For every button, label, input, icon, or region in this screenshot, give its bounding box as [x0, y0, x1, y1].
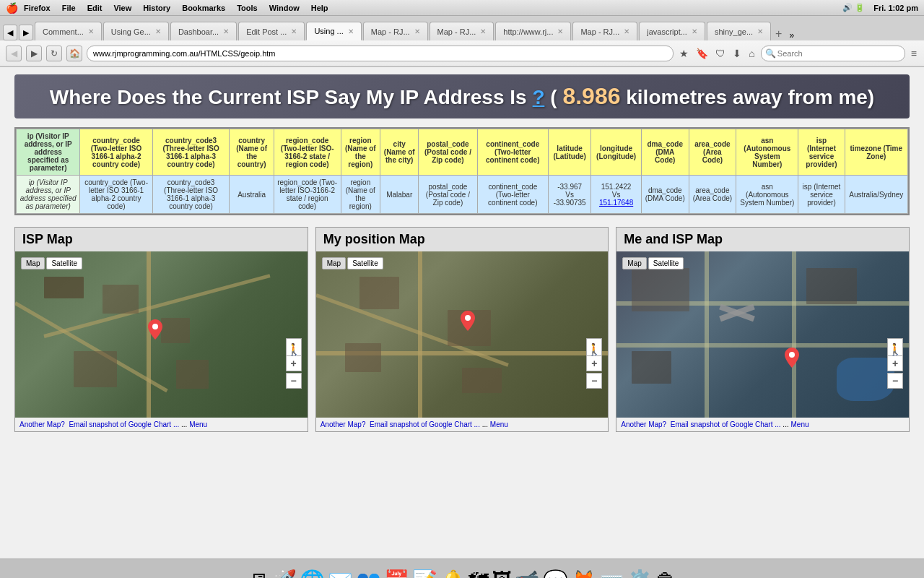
- dock-launchpad[interactable]: 🚀: [271, 569, 297, 578]
- menu-file[interactable]: File: [62, 4, 76, 12]
- map-btn-satellite-2[interactable]: Satellite: [347, 257, 383, 269]
- map-position-menu-link[interactable]: Menu: [490, 420, 508, 428]
- menu-edit[interactable]: Edit: [87, 4, 103, 12]
- forward-button[interactable]: ▶: [26, 46, 42, 61]
- th-postal-code: postal_code (Postal code / Zip code): [419, 129, 477, 176]
- map-isp-another-link[interactable]: Another Map?: [19, 420, 65, 428]
- tab-9-close[interactable]: ✕: [692, 27, 697, 35]
- tab-7-close[interactable]: ✕: [557, 27, 563, 35]
- th-timezone: timezone (Time Zone): [845, 129, 908, 176]
- map-combined-another-link[interactable]: Another Map?: [621, 420, 666, 428]
- tab-10-close[interactable]: ✕: [757, 27, 763, 35]
- zoom-out-1[interactable]: −: [286, 373, 302, 389]
- dock-reminders[interactable]: 🔔: [440, 569, 466, 578]
- zoom-in-1[interactable]: +: [286, 355, 302, 371]
- zoom-in-3[interactable]: +: [887, 355, 903, 371]
- map-isp-email-link[interactable]: Email snapshot of Google Chart ...: [69, 420, 179, 428]
- menu-window[interactable]: Window: [269, 4, 300, 12]
- map-btn-satellite-3[interactable]: Satellite: [648, 257, 684, 269]
- tab-8-close[interactable]: ✕: [624, 27, 629, 35]
- bookmark-star-button[interactable]: ★: [678, 46, 690, 61]
- tab-2[interactable]: Dashboar... ✕: [170, 22, 237, 40]
- menu-bookmarks[interactable]: Bookmarks: [182, 4, 225, 12]
- menu-view[interactable]: View: [113, 4, 131, 12]
- tab-6[interactable]: Map - RJ... ✕: [430, 22, 494, 40]
- tab-1[interactable]: Using Ge... ✕: [103, 22, 169, 40]
- building-p1: [359, 277, 399, 309]
- map-combined-menu-link[interactable]: Menu: [791, 420, 809, 428]
- dock-terminal[interactable]: ⌨️: [599, 569, 624, 578]
- dock-maps[interactable]: 🗺: [468, 569, 489, 578]
- tab-4-close[interactable]: ✕: [348, 27, 354, 35]
- map-position-another-link[interactable]: Another Map?: [321, 420, 366, 428]
- map-btn-map-2[interactable]: Map: [322, 257, 346, 269]
- tab-4[interactable]: Using ... ✕: [306, 22, 361, 40]
- tab-back-btn[interactable]: ◀: [3, 25, 17, 40]
- apple-logo[interactable]: 🍎: [6, 2, 18, 14]
- tab-5[interactable]: Map - RJ... ✕: [363, 22, 428, 40]
- menu-firefox[interactable]: Firefox: [24, 4, 51, 12]
- tab-forward-btn[interactable]: ▶: [19, 25, 33, 40]
- menu-history[interactable]: History: [143, 4, 170, 12]
- tab-10[interactable]: shiny_ge... ✕: [707, 22, 771, 40]
- title-question-link[interactable]: ?: [532, 86, 544, 108]
- back-button[interactable]: ◀: [6, 46, 22, 61]
- tab-5-close[interactable]: ✕: [414, 27, 420, 35]
- map-position-email-link[interactable]: Email snapshot of Google Chart ...: [370, 420, 480, 428]
- td-latitude: -33.967Vs-33.90735: [549, 176, 591, 214]
- dock-photos[interactable]: 🖼: [492, 569, 512, 578]
- tab-8[interactable]: Map - RJ... ✕: [572, 22, 637, 40]
- map-isp-menu-link[interactable]: Menu: [189, 420, 207, 428]
- dock-safari[interactable]: 🌐: [300, 569, 325, 578]
- map-combined-view[interactable]: Map Satellite 🚶 + − Google Map Data | Te…: [616, 251, 909, 418]
- map-btn-map-3[interactable]: Map: [622, 257, 646, 269]
- search-input[interactable]: [761, 46, 905, 61]
- tab-2-label: Dashboar...: [178, 27, 219, 36]
- tab-0-close[interactable]: ✕: [88, 27, 94, 35]
- building-p4: [462, 368, 502, 393]
- tab-9[interactable]: javascript... ✕: [639, 22, 705, 40]
- dock-contacts[interactable]: 👥: [356, 569, 381, 578]
- dock-finder[interactable]: 🖥: [248, 569, 269, 578]
- building-c1: [632, 268, 689, 311]
- new-tab-button[interactable]: +: [772, 27, 785, 40]
- download-button[interactable]: ⬇: [731, 46, 743, 61]
- menu-button[interactable]: ≡: [910, 46, 918, 61]
- map-position-view[interactable]: Map Satellite 🚶 + − Google Map data ©201…: [316, 251, 609, 418]
- dock-messages[interactable]: 💬: [543, 569, 568, 578]
- map-isp-controls: Map Satellite: [21, 257, 82, 269]
- tab-2-close[interactable]: ✕: [223, 27, 229, 35]
- dock-calendar[interactable]: 📅: [384, 569, 409, 578]
- dock-notes[interactable]: 📝: [412, 569, 437, 578]
- reload-button[interactable]: ↻: [46, 46, 62, 61]
- tab-1-close[interactable]: ✕: [155, 27, 161, 35]
- map-btn-satellite-1[interactable]: Satellite: [46, 257, 82, 269]
- dock-settings[interactable]: ⚙️: [627, 569, 653, 578]
- map-isp-view[interactable]: Map Satellite 🚶 + − Google Map data ©201…: [15, 251, 308, 418]
- zoom-in-2[interactable]: +: [586, 355, 602, 371]
- menu-help[interactable]: Help: [311, 4, 328, 12]
- zoom-out-3[interactable]: −: [887, 373, 903, 389]
- bookmark-button[interactable]: 🔖: [694, 46, 710, 61]
- dock-facetime[interactable]: 📹: [515, 569, 540, 578]
- dock-mail[interactable]: ✉️: [328, 569, 353, 578]
- home-nav-button[interactable]: ⌂: [747, 46, 756, 61]
- map-combined-email-link[interactable]: Email snapshot of Google Chart ...: [671, 420, 781, 428]
- tab-overflow-btn[interactable]: »: [789, 30, 794, 40]
- map-btn-map-1[interactable]: Map: [21, 257, 45, 269]
- zoom-out-2[interactable]: −: [586, 373, 602, 389]
- shield-button[interactable]: 🛡: [714, 46, 727, 61]
- tab-3[interactable]: Edit Post ... ✕: [238, 22, 305, 40]
- longitude-link[interactable]: 151.17648: [599, 199, 633, 207]
- dock-trash[interactable]: 🗑: [655, 569, 676, 578]
- home-button[interactable]: 🏠: [66, 46, 82, 61]
- map-isp-title: ISP Map: [15, 228, 308, 251]
- tab-7[interactable]: http://www.rj... ✕: [495, 22, 571, 40]
- tab-3-close[interactable]: ✕: [291, 27, 297, 35]
- dock-firefox[interactable]: 🦊: [571, 569, 596, 578]
- tab-6-close[interactable]: ✕: [480, 27, 486, 35]
- tab-0[interactable]: Comment... ✕: [35, 22, 102, 40]
- menu-tools[interactable]: Tools: [237, 4, 258, 12]
- url-bar[interactable]: [87, 46, 674, 61]
- geo-data-table: ip (Visitor IP address, or IP address sp…: [16, 129, 908, 214]
